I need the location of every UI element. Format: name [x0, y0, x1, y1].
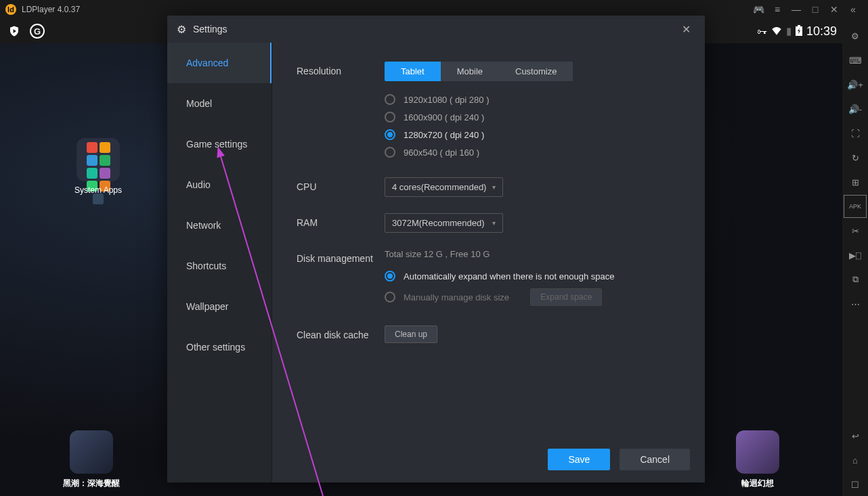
apk-icon[interactable]: APK	[844, 195, 867, 218]
home-icon[interactable]: ⌂	[844, 449, 867, 472]
google-icon[interactable]: G	[30, 24, 45, 39]
disk-option-manual[interactable]: Manually manage disk size Expand space	[385, 285, 689, 309]
sidebar-item-game-settings[interactable]: Game settings	[167, 124, 272, 164]
svg-rect-1	[798, 25, 800, 26]
maximize-icon[interactable]: □	[806, 0, 825, 19]
cpu-label: CPU	[297, 177, 385, 192]
settings-footer: Save Cancel	[548, 449, 690, 470]
disk-option-auto[interactable]: Automatically expand when there is not e…	[385, 267, 689, 285]
clock-time: 10:39	[806, 24, 837, 39]
game-app-2[interactable]: 輪迴幻想	[714, 430, 802, 489]
chevron-down-icon: ▾	[492, 183, 496, 191]
app-logo-icon: ld	[5, 4, 16, 15]
keyboard-icon[interactable]: ⌨	[844, 49, 867, 72]
fullscreen-icon[interactable]: ⛶	[844, 122, 867, 145]
sidebar-item-model[interactable]: Model	[167, 83, 272, 124]
wifi-icon	[771, 26, 782, 37]
settings-title: Settings	[193, 24, 227, 35]
sidebar-item-wallpaper[interactable]: Wallpaper	[167, 286, 272, 327]
tab-customize[interactable]: Customize	[499, 62, 573, 81]
recents-icon[interactable]: ☐	[844, 473, 867, 496]
add-icon[interactable]: ⊞	[844, 171, 867, 194]
sidebar-item-network[interactable]: Network	[167, 205, 272, 246]
shield-icon[interactable]	[7, 24, 22, 39]
resolution-option-1600[interactable]: 1600x900 ( dpi 240 )	[385, 108, 689, 126]
minimize-icon[interactable]: —	[787, 0, 806, 19]
resolution-option-1920[interactable]: 1920x1080 ( dpi 280 )	[385, 91, 689, 108]
tab-mobile[interactable]: Mobile	[441, 62, 499, 81]
sidebar-item-other[interactable]: Other settings	[167, 327, 272, 367]
sync-icon[interactable]: ↻	[844, 146, 867, 169]
gear-icon: ⚙	[177, 23, 186, 36]
settings-modal: ⚙ Settings ✕ Advanced Model Game setting…	[167, 16, 705, 482]
tab-tablet[interactable]: Tablet	[385, 62, 441, 81]
menu-icon[interactable]: ≡	[768, 0, 787, 19]
clean-label: Clean disk cache	[297, 325, 385, 340]
game-app-2-label: 輪迴幻想	[714, 478, 802, 489]
game-app-1-label: 黑潮：深海覺醒	[47, 478, 135, 489]
battery-icon	[796, 25, 802, 38]
back-icon[interactable]: ↩	[844, 424, 867, 447]
key-icon: 🗝	[757, 26, 767, 37]
clean-up-button[interactable]: Clean up	[385, 325, 437, 343]
ram-select[interactable]: 3072M(Recommended)▾	[385, 213, 503, 233]
settings-toolbar-icon[interactable]: ⚙	[844, 24, 867, 47]
gamepad-icon[interactable]: 🎮	[749, 0, 768, 19]
close-window-icon[interactable]: ✕	[825, 0, 844, 19]
settings-sidebar: Advanced Model Game settings Audio Netwo…	[167, 43, 272, 482]
no-sim-icon: ▮	[786, 25, 791, 37]
cpu-select[interactable]: 4 cores(Recommended)▾	[385, 177, 503, 197]
expand-space-button: Expand space	[530, 288, 602, 306]
system-apps-label: System Apps	[68, 185, 129, 195]
system-apps-folder[interactable]: System Apps	[68, 138, 129, 195]
chevrons-left-icon[interactable]: «	[844, 0, 863, 19]
android-statusbar: 🗝 ▮ 10:39	[752, 19, 842, 43]
save-button[interactable]: Save	[548, 449, 610, 470]
cancel-button[interactable]: Cancel	[620, 449, 690, 470]
resolution-option-960[interactable]: 960x540 ( dpi 160 )	[385, 143, 689, 161]
sidebar-item-advanced[interactable]: Advanced	[167, 43, 272, 83]
sidebar-item-shortcuts[interactable]: Shortcuts	[167, 246, 272, 286]
chevron-down-icon: ▾	[492, 219, 496, 227]
settings-header: ⚙ Settings ✕	[167, 16, 705, 43]
resolution-option-1280[interactable]: 1280x720 ( dpi 240 )	[385, 126, 689, 143]
resolution-label: Resolution	[297, 62, 385, 76]
sidebar-item-audio[interactable]: Audio	[167, 164, 272, 205]
emulator-right-toolbar: ⚙ ⌨ 🔊+ 🔊- ⛶ ↻ ⊞ APK ✂ ▶⎕ ⧉ ⋯ ↩ ⌂ ☐	[842, 19, 868, 496]
more-icon[interactable]: ⋯	[844, 292, 867, 315]
resolution-segment: Tablet Mobile Customize	[385, 62, 689, 81]
disk-label: Disk management	[297, 249, 385, 264]
window-title: LDPlayer 4.0.37	[22, 5, 80, 14]
record-icon[interactable]: ▶⎕	[844, 244, 867, 267]
volume-up-icon[interactable]: 🔊+	[844, 73, 867, 96]
multi-window-icon[interactable]: ⧉	[844, 268, 867, 291]
ram-label: RAM	[297, 213, 385, 228]
close-modal-button[interactable]: ✕	[676, 20, 695, 39]
scissors-icon[interactable]: ✂	[844, 219, 867, 242]
volume-down-icon[interactable]: 🔊-	[844, 97, 867, 120]
disk-info: Total size 12 G , Free 10 G	[385, 249, 689, 259]
settings-content: Resolution Tablet Mobile Customize 1920x…	[272, 43, 705, 482]
game-app-1[interactable]: 黑潮：深海覺醒	[47, 430, 135, 489]
